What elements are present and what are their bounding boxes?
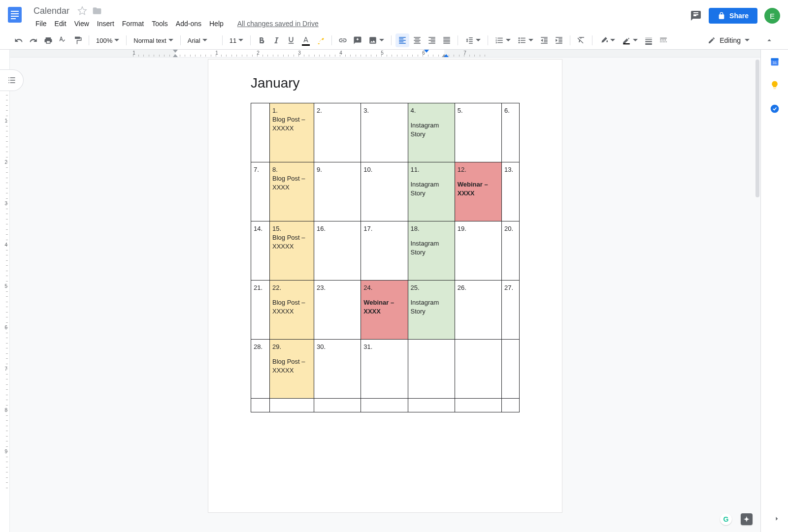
calendar-cell[interactable]: 2. xyxy=(314,103,361,162)
paint-format-button[interactable] xyxy=(71,33,85,47)
save-status[interactable]: All changes saved in Drive xyxy=(237,20,319,28)
align-justify-button[interactable] xyxy=(440,33,454,47)
calendar-cell[interactable] xyxy=(408,340,455,399)
align-right-button[interactable] xyxy=(425,33,439,47)
grammarly-icon[interactable]: G xyxy=(720,513,732,525)
calendar-cell[interactable]: 15.Blog Post – XXXXX xyxy=(270,221,314,281)
calendar-table[interactable]: 1.Blog Post – XXXXX2.3.4.Instagram Story… xyxy=(251,103,520,412)
calendar-cell[interactable]: 25.Instagram Story xyxy=(408,281,455,340)
calendar-cell[interactable] xyxy=(314,399,361,412)
calendar-cell[interactable]: 19. xyxy=(455,221,501,281)
underline-button[interactable] xyxy=(284,33,298,47)
calendar-cell[interactable] xyxy=(408,399,455,412)
numbered-list-dropdown[interactable] xyxy=(492,33,514,47)
calendar-cell[interactable]: 24.Webinar – XXXX xyxy=(361,281,408,340)
border-width-button[interactable] xyxy=(642,33,656,47)
border-style-button[interactable] xyxy=(657,33,670,47)
calendar-cell[interactable] xyxy=(251,399,270,412)
insert-link-button[interactable] xyxy=(336,33,350,47)
keep-addon-icon[interactable] xyxy=(770,80,780,90)
calendar-cell[interactable]: 23. xyxy=(314,281,361,340)
calendar-cell[interactable]: 30. xyxy=(314,340,361,399)
account-avatar[interactable]: E xyxy=(764,8,780,24)
move-folder-icon[interactable] xyxy=(92,6,102,16)
bulleted-list-dropdown[interactable] xyxy=(515,33,536,47)
calendar-cell[interactable]: 21. xyxy=(251,281,270,340)
tasks-addon-icon[interactable] xyxy=(770,104,780,114)
font-dropdown[interactable]: Arial xyxy=(185,33,218,47)
menu-format[interactable]: Format xyxy=(118,19,148,29)
menu-view[interactable]: View xyxy=(70,19,93,29)
clear-formatting-button[interactable] xyxy=(574,33,588,47)
horizontal-ruler[interactable]: 11234567 xyxy=(10,50,760,58)
calendar-cell[interactable]: 13. xyxy=(502,162,520,221)
style-dropdown[interactable]: Normal text xyxy=(131,33,176,47)
calendar-cell[interactable]: 18.Instagram Story xyxy=(408,221,455,281)
calendar-cell[interactable] xyxy=(270,399,314,412)
redo-button[interactable] xyxy=(27,33,40,47)
calendar-cell[interactable] xyxy=(502,399,520,412)
menu-file[interactable]: File xyxy=(32,19,51,29)
collapse-toolbar-button[interactable] xyxy=(762,33,776,47)
calendar-cell[interactable]: 14. xyxy=(251,221,270,281)
outline-toggle[interactable] xyxy=(0,69,24,91)
calendar-cell[interactable] xyxy=(455,399,501,412)
calendar-cell[interactable]: 1.Blog Post – XXXXX xyxy=(270,103,314,162)
calendar-cell[interactable]: 27. xyxy=(502,281,520,340)
calendar-cell[interactable]: 3. xyxy=(361,103,408,162)
scrollbar-thumb[interactable] xyxy=(755,60,759,197)
calendar-cell[interactable]: 26. xyxy=(455,281,501,340)
highlight-button[interactable] xyxy=(314,33,328,47)
align-center-button[interactable] xyxy=(410,33,424,47)
cell-fill-dropdown[interactable] xyxy=(596,33,618,47)
menu-tools[interactable]: Tools xyxy=(148,19,172,29)
calendar-cell[interactable]: 29.Blog Post – XXXXX xyxy=(270,340,314,399)
calendar-cell[interactable]: 11.Instagram Story xyxy=(408,162,455,221)
calendar-cell[interactable]: 6. xyxy=(502,103,520,162)
align-left-button[interactable] xyxy=(395,33,409,47)
calendar-cell[interactable]: 7. xyxy=(251,162,270,221)
add-comment-button[interactable] xyxy=(351,33,364,47)
menu-help[interactable]: Help xyxy=(205,19,228,29)
calendar-cell[interactable]: 22.Blog Post – XXXXX xyxy=(270,281,314,340)
star-icon[interactable] xyxy=(77,6,87,16)
explore-icon[interactable]: ✦ xyxy=(741,513,753,525)
share-button[interactable]: Share xyxy=(709,8,757,24)
insert-image-dropdown[interactable] xyxy=(365,33,387,47)
calendar-cell[interactable]: 5. xyxy=(455,103,501,162)
menu-edit[interactable]: Edit xyxy=(51,19,70,29)
calendar-cell[interactable] xyxy=(361,399,408,412)
zoom-dropdown[interactable]: 100% xyxy=(93,33,122,47)
docs-logo-icon[interactable] xyxy=(6,6,24,24)
decrease-indent-button[interactable] xyxy=(537,33,551,47)
calendar-cell[interactable]: 8.Blog Post – XXXX xyxy=(270,162,314,221)
document-canvas[interactable]: January 1.Blog Post – XXXXX2.3.4.Instagr… xyxy=(10,50,760,532)
increase-indent-button[interactable] xyxy=(552,33,566,47)
calendar-cell[interactable] xyxy=(455,340,501,399)
side-panel-expand-icon[interactable] xyxy=(772,514,781,525)
menu-addons[interactable]: Add-ons xyxy=(172,19,205,29)
comments-icon[interactable] xyxy=(690,10,702,22)
doc-title[interactable]: Calendar xyxy=(31,5,72,17)
font-size-dropdown[interactable]: 11 xyxy=(227,33,246,47)
print-button[interactable] xyxy=(41,33,55,47)
calendar-addon-icon[interactable]: 31 xyxy=(770,57,780,66)
page[interactable]: January 1.Blog Post – XXXXX2.3.4.Instagr… xyxy=(208,60,562,512)
italic-button[interactable] xyxy=(269,33,283,47)
calendar-cell[interactable]: 31. xyxy=(361,340,408,399)
calendar-cell[interactable]: 28. xyxy=(251,340,270,399)
border-color-dropdown[interactable] xyxy=(619,33,641,47)
line-spacing-dropdown[interactable] xyxy=(462,33,484,47)
calendar-cell[interactable] xyxy=(251,103,270,162)
spellcheck-button[interactable] xyxy=(56,33,70,47)
doc-heading[interactable]: January xyxy=(251,75,520,91)
calendar-cell[interactable]: 4.Instagram Story xyxy=(408,103,455,162)
undo-button[interactable] xyxy=(12,33,26,47)
menu-insert[interactable]: Insert xyxy=(93,19,118,29)
editing-mode-dropdown[interactable]: Editing xyxy=(704,33,754,47)
calendar-cell[interactable]: 16. xyxy=(314,221,361,281)
calendar-cell[interactable]: 9. xyxy=(314,162,361,221)
bold-button[interactable] xyxy=(255,33,268,47)
calendar-cell[interactable]: 17. xyxy=(361,221,408,281)
calendar-cell[interactable]: 10. xyxy=(361,162,408,221)
